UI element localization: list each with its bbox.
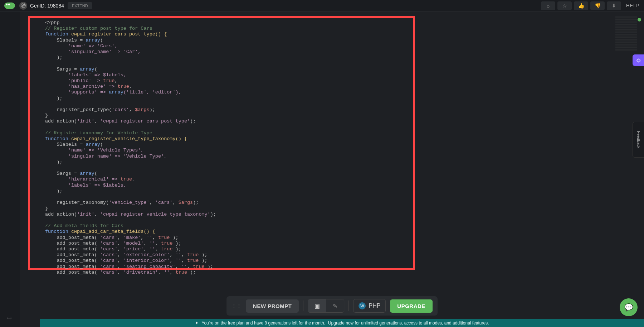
page-title: GenID: 198084 <box>30 3 64 9</box>
new-prompt-button[interactable]: NEW PROMPT <box>246 299 299 313</box>
thumbs-up-icon[interactable]: 👍 <box>574 1 588 10</box>
mode-toggle: ▣ ✎ <box>308 299 344 313</box>
app-logo <box>4 3 15 9</box>
wordpress-badge-icon: W <box>358 302 366 309</box>
main-area: <?php // Register custom post type for C… <box>20 11 644 327</box>
code-minimap[interactable] <box>615 16 637 52</box>
top-bar: ⓦ GenID: 198084 EXTEND ⌕ ☆ 👍 👎 ⬇ HELP <box>0 0 644 11</box>
divider <box>348 300 349 311</box>
feedback-tab[interactable]: Feedback <box>633 122 644 158</box>
chat-fab-icon[interactable]: 💬 <box>620 298 638 316</box>
terminal-mode-icon[interactable]: ▣ <box>308 299 326 312</box>
footer-message: You're on the free plan and have 8 gener… <box>201 321 325 326</box>
sidebar: ⤢ <box>0 11 20 327</box>
sparkle-icon: ✦ <box>195 321 199 326</box>
drag-handle-icon[interactable]: ⋮⋮ <box>231 303 241 309</box>
download-icon[interactable]: ⬇ <box>607 1 621 10</box>
code-content[interactable]: <?php // Register custom post type for C… <box>41 20 220 275</box>
footer-upgrade-link[interactable]: Upgrade now for unlimited generations, a… <box>328 321 489 326</box>
top-actions: ⌕ ☆ 👍 👎 ⬇ HELP <box>541 1 640 10</box>
search-icon[interactable]: ⌕ <box>541 1 555 10</box>
bottom-toolbar: ⋮⋮ NEW PROMPT ▣ ✎ W PHP UPGRADE <box>226 296 438 316</box>
code-editor-highlight: <?php // Register custom post type for C… <box>28 16 415 270</box>
status-indicator <box>638 18 641 21</box>
extend-button[interactable]: EXTEND <box>68 2 92 9</box>
thumbs-down-icon[interactable]: 👎 <box>590 1 605 10</box>
divider <box>303 300 303 311</box>
php-language-button[interactable]: W PHP <box>353 299 386 313</box>
expand-icon[interactable]: ⤢ <box>5 314 14 322</box>
help-link[interactable]: HELP <box>626 3 640 8</box>
star-icon[interactable]: ☆ <box>557 1 572 10</box>
php-label: PHP <box>369 303 380 309</box>
footer-bar: ✦ You're on the free plan and have 8 gen… <box>40 319 644 327</box>
wordpress-icon: ⓦ <box>19 2 27 10</box>
upgrade-button[interactable]: UPGRADE <box>390 299 433 313</box>
ai-assist-tab[interactable]: ⊚ <box>633 54 644 66</box>
edit-mode-icon[interactable]: ✎ <box>326 299 344 312</box>
